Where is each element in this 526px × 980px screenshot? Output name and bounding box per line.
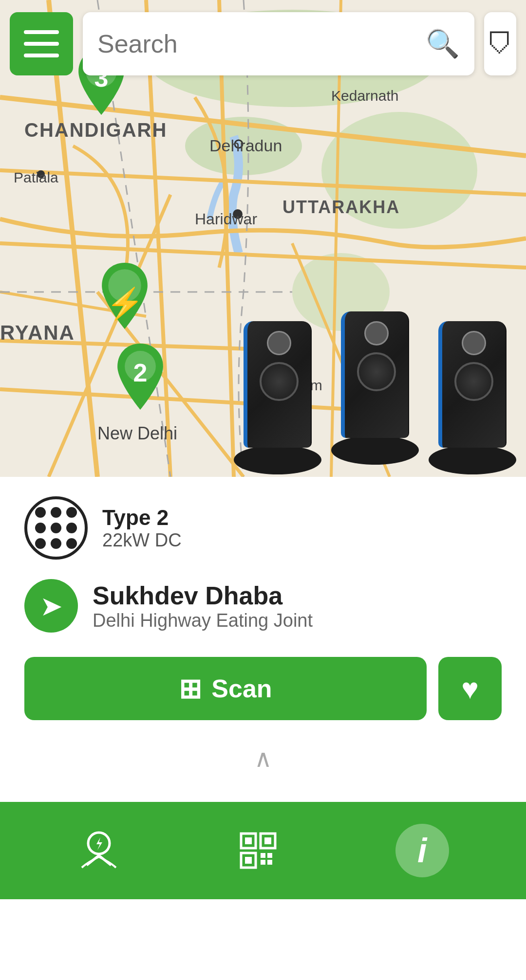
info-card: Type 2 22kW DC ➤ Sukhdev Dhaba Delhi Hig… — [0, 477, 526, 802]
newdelhi-pin-label: 2 — [133, 358, 148, 387]
swipe-up-arrow: ∧ — [254, 744, 272, 773]
location-section: ➤ Sukhdev Dhaba Delhi Highway Eating Joi… — [24, 579, 502, 633]
filter-icon: ⛉ — [487, 28, 514, 60]
haryana-pin-bolt: ⚡ — [106, 286, 144, 321]
svg-point-21 — [37, 170, 45, 178]
svg-rect-30 — [264, 837, 271, 844]
scan-label: Scan — [211, 674, 272, 703]
filter-button[interactable]: ⛉ — [484, 12, 516, 75]
newdelhi-pin[interactable]: 2 — [111, 344, 169, 417]
charger-unit-3 — [429, 321, 516, 477]
charger-image-area — [234, 311, 516, 477]
search-bar: 🔍 — [83, 12, 474, 75]
location-text: Sukhdev Dhaba Delhi Highway Eating Joint — [93, 581, 313, 631]
heart-icon: ♥ — [461, 672, 479, 706]
svg-point-2 — [321, 112, 477, 229]
favorite-button[interactable]: ♥ — [438, 657, 502, 720]
charger-unit-2 — [331, 311, 419, 467]
search-icon: 🔍 — [426, 28, 460, 60]
navigate-button[interactable]: ➤ — [24, 579, 78, 633]
qr-icon: ⊞ — [179, 673, 202, 705]
connector-section: Type 2 22kW DC — [24, 496, 502, 560]
connector-dots — [30, 502, 82, 554]
svg-point-20 — [233, 209, 243, 219]
info-nav-icon: i — [395, 824, 449, 877]
charger-unit-1 — [234, 321, 321, 477]
connector-type: Type 2 — [102, 506, 182, 530]
svg-rect-32 — [245, 857, 252, 864]
swipe-indicator: ∧ — [24, 740, 502, 782]
scan-button[interactable]: ⊞ Scan — [24, 657, 427, 720]
connector-icon — [24, 496, 88, 560]
svg-rect-34 — [267, 853, 272, 858]
header: 🔍 ⛉ — [0, 0, 526, 88]
svg-rect-36 — [267, 860, 272, 865]
nav-item-map[interactable] — [77, 829, 121, 872]
navigate-icon: ➤ — [40, 590, 63, 622]
info-circle-icon: i — [395, 824, 449, 877]
menu-button[interactable] — [10, 12, 73, 75]
nav-item-scan[interactable] — [236, 829, 280, 872]
haryana-pin[interactable]: ⚡ — [95, 263, 154, 336]
search-input[interactable] — [97, 29, 416, 58]
map-nav-icon — [77, 829, 121, 872]
location-name: Sukhdev Dhaba — [93, 581, 313, 610]
nav-item-info[interactable]: i — [395, 824, 449, 877]
svg-rect-33 — [261, 853, 265, 858]
location-subtitle: Delhi Highway Eating Joint — [93, 610, 313, 631]
svg-rect-35 — [261, 860, 265, 865]
connector-info: Type 2 22kW DC — [102, 506, 182, 551]
scan-nav-icon — [236, 829, 280, 872]
action-row: ⊞ Scan ♥ — [24, 657, 502, 720]
svg-rect-28 — [245, 837, 252, 844]
bottom-nav: i — [0, 802, 526, 899]
connector-power: 22kW DC — [102, 530, 182, 551]
